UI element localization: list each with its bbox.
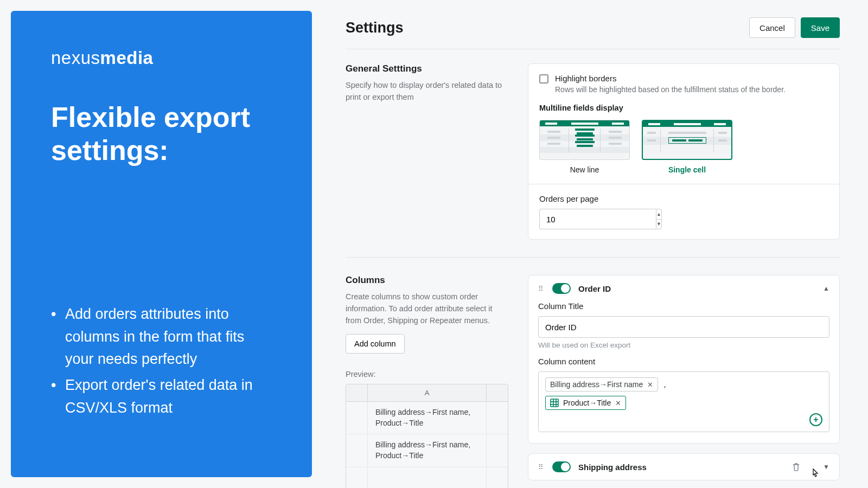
save-button[interactable]: Save [801, 17, 840, 38]
attribute-tag[interactable]: Billing address→First name ✕ [545, 377, 658, 391]
tag-text: Billing address→First name [550, 380, 643, 389]
repeater-icon [550, 399, 559, 407]
highlight-block: Highlight borders Rows will be highlight… [528, 64, 839, 184]
highlight-borders-checkbox[interactable] [539, 74, 548, 84]
logo-part-2: media [100, 48, 154, 68]
header-buttons: Cancel Save [749, 17, 840, 38]
orders-per-page-stepper[interactable]: ▲ ▼ [539, 209, 624, 229]
preview-cell: Billing address→First name, Product→Titl… [368, 402, 486, 434]
stepper-up[interactable]: ▲ [656, 209, 661, 220]
collapse-icon[interactable]: ▲ [823, 285, 829, 292]
section-general-info: General Setttings Specify how to display… [346, 63, 508, 240]
multiline-options: New line Single cell [539, 120, 828, 174]
option-new-line[interactable]: New line [539, 120, 630, 174]
general-title: General Setttings [346, 63, 508, 74]
column-content-box[interactable]: Billing address→First name ✕ , Product→T… [538, 371, 829, 432]
option-single-cell-label: Single cell [642, 165, 732, 174]
promo-panel: nexusmedia Flexible export settings: Add… [11, 11, 312, 477]
page-title: Settings [346, 20, 404, 36]
expand-icon[interactable]: ▼ [823, 463, 829, 471]
cancel-button[interactable]: Cancel [749, 17, 795, 38]
column-card-order-id: ⠿ Order ID ▲ Column Title Will be used o… [528, 275, 840, 444]
preview-table: A Billing address→First name, Product→Ti… [346, 384, 508, 488]
svg-rect-0 [551, 399, 558, 407]
tag-text: Product→Title [563, 399, 611, 407]
column-name: Shipping address [578, 463, 784, 472]
settings-pane: Settings Cancel Save General Setttings S… [312, 0, 868, 488]
remove-icon[interactable]: ✕ [615, 399, 621, 407]
orders-per-page-block: Orders per page ▲ ▼ [528, 184, 839, 239]
general-card: Highlight borders Rows will be highlight… [528, 63, 840, 240]
table-row: Billing address→First name, Product→Titl… [346, 434, 508, 467]
enable-toggle[interactable] [552, 283, 571, 294]
orders-per-page-label: Orders per page [539, 194, 828, 203]
columns-title: Columns [346, 275, 508, 286]
multiline-title: Multiline fields display [539, 104, 828, 112]
section-columns-info: Columns Create columns to show custom or… [346, 275, 508, 488]
option-new-line-label: New line [539, 165, 630, 174]
preview-cell: Billing address→First name, Product→Titl… [368, 434, 486, 466]
table-row [346, 467, 508, 488]
column-title-hint: Will be used on Excel export [538, 341, 829, 349]
section-columns: Columns Create columns to show custom or… [346, 275, 840, 488]
promo-headline: Flexible export settings: [51, 101, 272, 168]
section-general: General Setttings Specify how to display… [346, 63, 840, 258]
attribute-tag[interactable]: Product→Title ✕ [545, 396, 626, 410]
highlight-sub: Rows will be highlighted based on the fu… [555, 85, 786, 94]
add-attribute-button[interactable]: + [809, 413, 822, 426]
preview-label: Preview: [346, 370, 508, 378]
logo-part-1: nexus [51, 48, 100, 68]
delete-icon[interactable] [792, 463, 800, 472]
table-row: Billing address→First name, Product→Titl… [346, 402, 508, 434]
column-name: Order ID [578, 284, 815, 293]
highlight-label: Highlight borders [555, 74, 786, 83]
settings-header: Settings Cancel Save [346, 17, 840, 49]
option-single-cell[interactable]: Single cell [642, 120, 732, 174]
preview-col-header: A [368, 384, 486, 401]
stepper-down[interactable]: ▼ [656, 220, 661, 229]
promo-bullets: Add orders attributes into columns in th… [51, 303, 272, 423]
add-column-button[interactable]: Add column [346, 334, 405, 354]
columns-desc: Create columns to show custom order info… [346, 291, 508, 326]
enable-toggle[interactable] [552, 461, 571, 472]
column-card-shipping: ⠿ Shipping address ▼ [528, 453, 840, 480]
column-content-label: Column content [538, 357, 829, 366]
column-title-input[interactable] [538, 316, 829, 338]
promo-bullet: Add orders attributes into columns in th… [51, 303, 272, 371]
brand-logo: nexusmedia [51, 48, 272, 68]
orders-per-page-input[interactable] [539, 209, 656, 229]
column-title-label: Column Title [538, 301, 829, 311]
drag-handle-icon[interactable]: ⠿ [538, 465, 545, 469]
remove-icon[interactable]: ✕ [647, 381, 653, 389]
promo-bullet: Export order's related data in CSV/XLS f… [51, 374, 272, 420]
drag-handle-icon[interactable]: ⠿ [538, 287, 545, 291]
general-desc: Specify how to display order's related d… [346, 80, 508, 104]
